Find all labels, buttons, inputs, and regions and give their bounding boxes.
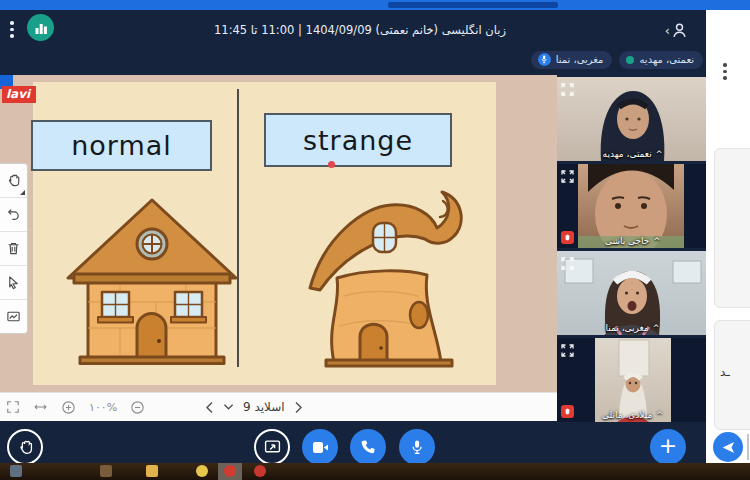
phone-icon [360, 439, 376, 455]
annotation-toolbar [0, 163, 28, 334]
watermark-badge: lavi [2, 86, 36, 103]
participants-button[interactable]: ‹ [665, 22, 688, 39]
taskbar-app-icon[interactable] [224, 465, 236, 477]
virtual-classroom-app: زبان انگلیسی (خانم نعمتی) 1404/09/09 | 1… [0, 0, 750, 480]
whiteboard-area: normal strange lavi [0, 75, 557, 392]
taskbar-star-icon[interactable] [196, 465, 208, 477]
share-screen-button[interactable] [254, 429, 290, 465]
participant-name: مغربی، تمنا [606, 323, 649, 333]
phone-button[interactable] [350, 429, 386, 465]
raise-hand-icon [17, 439, 34, 456]
zoom-out-icon [130, 400, 145, 415]
expand-tile-icon[interactable] [561, 255, 574, 274]
header-menu-icon[interactable] [10, 21, 14, 38]
pointer-icon [6, 275, 21, 290]
camera-button[interactable] [302, 429, 338, 465]
taskbar-folder-icon[interactable] [146, 465, 158, 477]
delete-button[interactable] [0, 231, 27, 265]
chevron-left-icon [205, 401, 214, 414]
submenu-corner-icon [20, 190, 25, 195]
participant-name: میلادی، مانلی [602, 410, 652, 420]
speaker-pill-active-mic[interactable]: مغربی، تمنا [531, 51, 613, 69]
undo-icon [6, 207, 21, 222]
chat-input-box[interactable]: ـد [714, 320, 750, 430]
zoom-in-icon [61, 400, 76, 415]
video-tile-active-speaker[interactable]: مغربی، تمنا^ [557, 251, 708, 335]
text-cursor [747, 434, 749, 460]
fullscreen-icon [6, 400, 20, 414]
name-caret-icon: ^ [656, 411, 663, 420]
laser-dot [328, 161, 335, 168]
skyroom-logo-icon [27, 14, 54, 41]
taskbar-app-icon[interactable] [254, 465, 266, 477]
expand-tile-icon[interactable] [561, 168, 574, 187]
prev-slide-button[interactable] [205, 401, 214, 414]
presence-dot-icon [626, 56, 634, 64]
send-icon [721, 440, 736, 455]
browser-top-strip [0, 0, 750, 10]
participant-name: نعمتی، مهدیه [603, 149, 652, 159]
zoom-level: ۱۰۰% [89, 401, 117, 414]
expand-tile-icon[interactable] [561, 81, 574, 100]
expand-tile-icon[interactable] [561, 342, 574, 361]
speaker-pill-label: مغربی، تمنا [556, 54, 604, 65]
add-button[interactable]: + [650, 429, 686, 465]
chat-menu-icon[interactable] [723, 63, 727, 80]
fit-width-icon [33, 401, 48, 413]
plus-icon: + [659, 436, 677, 458]
hand-tool-button[interactable] [0, 164, 27, 197]
camera-icon [312, 441, 329, 454]
caret-down-icon [223, 403, 234, 411]
name-caret-icon: ^ [653, 237, 660, 246]
share-screen-icon [264, 439, 281, 455]
microphone-button[interactable] [399, 429, 435, 465]
zoom-in-button[interactable] [61, 400, 76, 415]
name-caret-icon: ^ [656, 150, 663, 159]
shape-tool-button[interactable] [0, 299, 27, 333]
slide-label[interactable]: اسلاید 9 [243, 400, 285, 414]
video-tile[interactable]: میلادی، مانلی^ [557, 338, 708, 422]
chevron-left-icon: ‹ [665, 25, 670, 37]
bar-chart-icon [33, 20, 49, 36]
trash-icon [6, 241, 21, 256]
speaker-pill-label: نعمتی، مهدیه [639, 54, 694, 65]
chat-input-text: ـد [720, 365, 730, 379]
chevron-right-icon [294, 401, 303, 414]
name-caret-icon: ^ [653, 324, 660, 333]
undo-button[interactable] [0, 197, 27, 231]
chat-message-bubble [714, 148, 750, 308]
participant-name: حاجی باشی [605, 236, 650, 246]
taskbar-icon[interactable] [10, 465, 22, 477]
speaker-pills: مغربی، تمنا نعمتی، مهدیه [531, 51, 703, 69]
pointer-tool-button[interactable] [0, 265, 27, 299]
send-message-button[interactable] [713, 432, 743, 462]
taskbar [0, 463, 750, 480]
raise-hand-button[interactable] [7, 429, 43, 465]
next-slide-button[interactable] [294, 401, 303, 414]
speaker-pill-presence[interactable]: نعمتی، مهدیه [619, 51, 703, 69]
line-chart-icon [6, 309, 21, 324]
strange-house-illustration [296, 176, 471, 368]
normal-house-illustration [58, 190, 248, 367]
hand-icon [6, 173, 21, 188]
word-card-normal: normal [31, 120, 212, 171]
fit-width-button[interactable] [33, 401, 48, 413]
word-label: strange [303, 125, 413, 156]
slide-dropdown-button[interactable] [223, 403, 234, 411]
person-icon [671, 22, 688, 39]
video-tile[interactable]: نعمتی، مهدیه^ [557, 77, 708, 161]
zoom-out-button[interactable] [130, 400, 145, 415]
word-card-strange: strange [264, 113, 452, 167]
mic-on-icon [538, 53, 551, 66]
microphone-icon [410, 439, 424, 456]
chat-panel: ـد [706, 10, 750, 463]
session-title: زبان انگلیسی (خانم نعمتی) 1404/09/09 | 1… [90, 23, 630, 37]
word-label: normal [71, 130, 172, 161]
video-tile[interactable]: حاجی باشی^ [557, 164, 708, 248]
slide-status-bar: ۱۰۰% اسلاید 9 [0, 392, 557, 421]
taskbar-icon[interactable] [100, 465, 112, 477]
cutoff-banner-text [388, 2, 558, 8]
fullscreen-button[interactable] [6, 400, 20, 414]
